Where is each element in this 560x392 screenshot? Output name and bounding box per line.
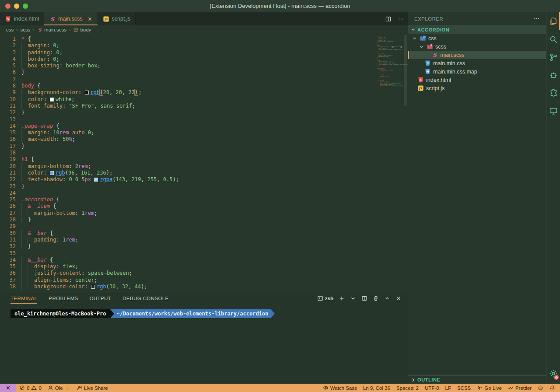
status-prettier[interactable]: Prettier <box>505 384 535 392</box>
status-language-mode[interactable]: SCSS <box>454 384 474 392</box>
tree-item-main.min.css.map[interactable]: Mmain.min.css.map <box>408 67 546 76</box>
tab-script.js[interactable]: JSscript.js <box>98 12 136 25</box>
code-line[interactable]: 21 color: rgb(96, 161, 236); <box>0 170 375 176</box>
tree-item-css[interactable]: css <box>408 34 546 42</box>
breadcrumb-item-main.scss[interactable]: Smain.scss <box>37 27 66 32</box>
code-editor[interactable]: 1* {2 margin: 0;3 padding: 0;4 border: 0… <box>0 34 408 291</box>
code-line[interactable]: 22 text-shadow: 0 0 5px rgba(143, 219, 2… <box>0 176 375 183</box>
status-eol[interactable]: LF <box>442 384 454 392</box>
code-line[interactable]: 8body { <box>0 83 375 89</box>
code-line[interactable]: 2 margin: 0; <box>0 42 375 49</box>
status-cursor-position[interactable]: Ln 9, Col 36 <box>360 384 393 392</box>
code-line[interactable]: 20 margin-bottom: 2rem; <box>0 163 375 170</box>
tree-item-script.js[interactable]: JSscript.js <box>408 84 546 92</box>
status-notifications[interactable] <box>546 384 558 392</box>
breadcrumb-item-body[interactable]: body <box>73 27 91 32</box>
code-line[interactable]: 16 max-width: 50%; <box>0 136 375 143</box>
new-terminal-button[interactable] <box>339 295 345 301</box>
code-line[interactable]: 32 } <box>0 243 375 250</box>
activity-search[interactable] <box>546 30 560 48</box>
close-tab-icon[interactable] <box>87 16 93 22</box>
activity-extensions[interactable] <box>546 84 560 102</box>
code-line[interactable]: 12} <box>0 109 375 116</box>
panel-tab-terminal[interactable]: TERMINAL <box>10 296 37 304</box>
status-remote-indicator[interactable] <box>0 384 16 392</box>
code-line[interactable]: 15 margin: 10rem auto 0; <box>0 130 375 136</box>
color-swatch[interactable] <box>50 171 54 175</box>
explorer-section-accordion[interactable]: ACCORDION <box>408 25 546 34</box>
status-indentation[interactable]: Spaces: 2 <box>393 384 422 392</box>
code-line[interactable]: 10 color: white; <box>0 96 375 103</box>
code-line[interactable]: 36 justify-content: space-between; <box>0 270 375 276</box>
color-swatch[interactable] <box>50 98 54 102</box>
code-line[interactable]: 6} <box>0 69 375 76</box>
color-swatch[interactable] <box>91 285 95 289</box>
code-line[interactable]: 4 border: 0; <box>0 56 375 63</box>
code-line[interactable]: 29 <box>0 223 375 230</box>
panel-tab-debug-console[interactable]: DEBUG CONSOLE <box>122 296 169 304</box>
code-line[interactable]: 35 display: flex; <box>0 263 375 270</box>
code-line[interactable]: 33 <box>0 250 375 257</box>
code-line[interactable]: 34 &__bar { <box>0 257 375 263</box>
color-swatch[interactable] <box>94 178 98 182</box>
code-line[interactable]: 3 padding: 0; <box>0 49 375 56</box>
terminal-profile-dropdown[interactable] <box>350 295 356 301</box>
activity-run-debug[interactable] <box>546 66 560 84</box>
activity-source-control[interactable] <box>546 48 560 66</box>
code-line[interactable]: 18 <box>0 150 375 156</box>
code-line[interactable]: 26 &__item { <box>0 203 375 210</box>
editor-more-actions-button[interactable] <box>398 16 404 22</box>
code-line[interactable]: 9 background-color: rgb(20, 20, 22); <box>0 89 375 96</box>
terminal-prompt[interactable]: ole_kirchner@Oles-MacBook-Pro ~/Document… <box>10 309 408 318</box>
code-line[interactable]: 38 background-color: rgb(30, 32, 44); <box>0 284 375 290</box>
code-line[interactable]: 27 margin-bottom: 1rem; <box>0 210 375 217</box>
manage-settings[interactable] <box>546 366 560 381</box>
close-panel-button[interactable] <box>396 295 402 301</box>
minimap[interactable]: * { margin: 0; padding: 0; border: 0; bo… <box>377 36 402 87</box>
tree-item-scss[interactable]: Sscss <box>408 42 546 51</box>
code-line[interactable]: 14.page-wrap { <box>0 123 375 130</box>
tab-index.html[interactable]: 5index.html <box>0 12 44 25</box>
code-line[interactable]: 30 &__bar { <box>0 230 375 237</box>
code-line[interactable]: 31 padding: 1rem; <box>0 237 375 243</box>
tree-item-main.scss[interactable]: Smain.scss <box>408 51 546 59</box>
maximize-panel-button[interactable] <box>384 295 390 301</box>
kill-terminal-button[interactable] <box>373 295 379 301</box>
status-live-share[interactable]: Live Share <box>74 384 111 392</box>
explorer-more-actions-button[interactable] <box>533 15 540 22</box>
code-line[interactable]: 25.accordion { <box>0 196 375 203</box>
editor-scrollbar[interactable] <box>403 34 408 291</box>
status-go-live[interactable]: Go Live <box>474 384 505 392</box>
status-watch-sass[interactable]: Watch Sass <box>320 384 360 392</box>
activity-explorer[interactable] <box>546 12 560 30</box>
status-encoding[interactable]: UTF-8 <box>422 384 442 392</box>
code-line[interactable]: 28 } <box>0 217 375 223</box>
code-line[interactable]: 37 align-items: center; <box>0 277 375 284</box>
breadcrumb-item-scss[interactable]: scss <box>21 27 31 32</box>
scrollbar-thumb[interactable] <box>404 35 407 106</box>
zoom-window-button[interactable] <box>23 4 28 9</box>
breadcrumb-item-css[interactable]: css <box>6 27 14 32</box>
color-swatch[interactable] <box>85 91 89 94</box>
tree-item-main.min.css[interactable]: 3main.min.css <box>408 59 546 67</box>
split-terminal-button[interactable] <box>361 295 368 301</box>
code-line[interactable]: 17} <box>0 143 375 150</box>
panel-tab-output[interactable]: OUTPUT <box>89 296 111 304</box>
tree-item-index.html[interactable]: 5index.html <box>408 76 546 84</box>
code-line[interactable]: 7 <box>0 76 375 83</box>
code-line[interactable]: 5 box-sizing: border-box; <box>0 63 375 69</box>
code-line[interactable]: 13 <box>0 116 375 123</box>
outline-section[interactable]: OUTLINE <box>408 375 546 384</box>
code-line[interactable]: 23} <box>0 183 375 190</box>
status-account[interactable]: Ole <box>45 384 74 392</box>
terminal-shell-selector[interactable]: zsh <box>317 295 333 301</box>
code-line[interactable]: 11 font-family: "SF Pro", sans-serif; <box>0 103 375 109</box>
activity-live-preview[interactable] <box>546 102 560 120</box>
minimize-window-button[interactable] <box>14 4 19 9</box>
close-window-button[interactable] <box>5 4 10 9</box>
code-line[interactable]: 19h1 { <box>0 156 375 163</box>
tab-main.scss[interactable]: Smain.scss <box>44 12 98 25</box>
split-editor-button[interactable] <box>385 16 392 22</box>
code-line[interactable]: 24 <box>0 190 375 196</box>
panel-tab-problems[interactable]: PROBLEMS <box>49 296 78 304</box>
